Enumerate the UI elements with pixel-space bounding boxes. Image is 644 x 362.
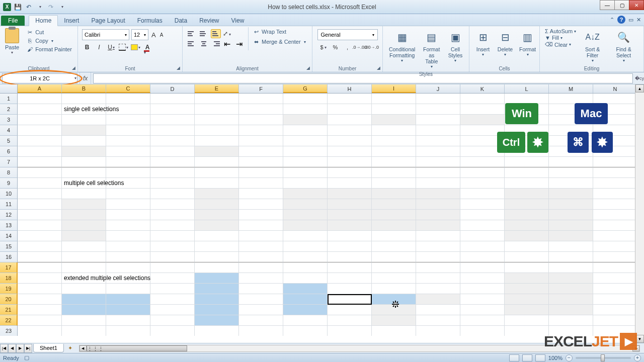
cell[interactable] bbox=[62, 115, 106, 125]
font-name-combo[interactable]: Calibri▾ bbox=[82, 29, 129, 40]
cell[interactable] bbox=[460, 241, 505, 252]
cell[interactable] bbox=[239, 284, 283, 294]
cell[interactable] bbox=[195, 125, 239, 136]
cell[interactable] bbox=[195, 136, 239, 146]
cell[interactable] bbox=[372, 125, 416, 136]
row-header[interactable]: 12 bbox=[0, 210, 18, 220]
cell[interactable] bbox=[239, 104, 283, 115]
cell[interactable] bbox=[62, 146, 106, 157]
cell[interactable] bbox=[549, 294, 593, 305]
cell[interactable] bbox=[18, 115, 62, 125]
cell[interactable] bbox=[18, 326, 62, 336]
align-right-button[interactable] bbox=[211, 39, 221, 48]
cell[interactable] bbox=[62, 167, 106, 178]
cell[interactable] bbox=[372, 189, 416, 199]
cell[interactable] bbox=[549, 262, 593, 273]
cell[interactable] bbox=[283, 326, 328, 336]
cell[interactable] bbox=[62, 294, 106, 305]
zoom-slider-thumb[interactable] bbox=[601, 354, 605, 361]
cell[interactable] bbox=[150, 294, 195, 305]
cell[interactable] bbox=[150, 167, 195, 178]
zoom-out-button[interactable]: − bbox=[566, 354, 573, 361]
cell[interactable] bbox=[505, 284, 549, 294]
cell[interactable] bbox=[505, 178, 549, 189]
cell[interactable] bbox=[593, 189, 637, 199]
row-header[interactable]: 17 bbox=[0, 262, 18, 273]
cell[interactable] bbox=[593, 199, 637, 210]
cell[interactable] bbox=[150, 210, 195, 220]
sheet-tab[interactable]: Sheet1 bbox=[33, 344, 64, 352]
cell[interactable] bbox=[460, 294, 505, 305]
cell[interactable] bbox=[195, 157, 239, 167]
help-icon[interactable]: ? bbox=[617, 16, 625, 24]
cell[interactable] bbox=[283, 305, 328, 315]
cell[interactable] bbox=[239, 273, 283, 284]
cell[interactable] bbox=[106, 252, 150, 262]
cell[interactable] bbox=[283, 136, 328, 146]
cell[interactable] bbox=[328, 94, 372, 104]
cell[interactable] bbox=[62, 220, 106, 231]
cell[interactable]: multiple cell selections bbox=[62, 178, 106, 189]
cell[interactable] bbox=[372, 231, 416, 241]
sort-filter-button[interactable]: A↓ZSort & Filter▾ bbox=[579, 28, 606, 64]
format-cells-button[interactable]: ▥Format▾ bbox=[517, 28, 538, 58]
cell[interactable] bbox=[239, 220, 283, 231]
cell[interactable] bbox=[372, 305, 416, 315]
paste-button[interactable]: Paste ▾ bbox=[2, 27, 22, 56]
row-header[interactable]: 15 bbox=[0, 241, 18, 252]
cell[interactable] bbox=[195, 252, 239, 262]
column-header[interactable]: B bbox=[62, 84, 106, 93]
zoom-level[interactable]: 100% bbox=[548, 355, 562, 361]
cell[interactable] bbox=[505, 167, 549, 178]
cell[interactable] bbox=[18, 178, 62, 189]
cell[interactable] bbox=[416, 294, 460, 305]
cell[interactable] bbox=[593, 294, 637, 305]
cell[interactable] bbox=[416, 146, 460, 157]
merge-center-button[interactable]: ⬌Merge & Center▾ bbox=[252, 37, 307, 46]
cell[interactable] bbox=[195, 262, 239, 273]
cell[interactable] bbox=[106, 220, 150, 231]
cell[interactable]: single cell selections bbox=[62, 104, 106, 115]
cell[interactable] bbox=[416, 178, 460, 189]
cell[interactable] bbox=[18, 231, 62, 241]
cell[interactable] bbox=[460, 284, 505, 294]
name-box[interactable]: 1R x 2C bbox=[2, 73, 77, 83]
cell[interactable] bbox=[239, 231, 283, 241]
cell[interactable] bbox=[372, 146, 416, 157]
cell[interactable] bbox=[416, 136, 460, 146]
column-header[interactable]: J bbox=[416, 84, 460, 93]
cell[interactable] bbox=[106, 157, 150, 167]
cell[interactable] bbox=[460, 104, 505, 115]
cell[interactable] bbox=[549, 210, 593, 220]
align-bottom-button[interactable] bbox=[211, 29, 221, 38]
font-color-button[interactable]: A bbox=[142, 42, 152, 52]
cell[interactable] bbox=[239, 146, 283, 157]
cell[interactable] bbox=[239, 136, 283, 146]
name-box-dropdown[interactable]: ▾ bbox=[74, 76, 76, 80]
cell[interactable] bbox=[18, 241, 62, 252]
column-header[interactable]: C bbox=[106, 84, 150, 93]
cell[interactable] bbox=[549, 94, 593, 104]
cell[interactable] bbox=[106, 241, 150, 252]
cell[interactable] bbox=[283, 189, 328, 199]
cell[interactable] bbox=[328, 273, 372, 284]
sheet-nav-last[interactable]: ▶| bbox=[24, 344, 32, 353]
cell[interactable] bbox=[416, 189, 460, 199]
cell[interactable] bbox=[549, 273, 593, 284]
cell[interactable] bbox=[18, 167, 62, 178]
cell[interactable] bbox=[195, 210, 239, 220]
cell[interactable] bbox=[549, 157, 593, 167]
cell[interactable] bbox=[150, 284, 195, 294]
cell[interactable] bbox=[239, 199, 283, 210]
cell[interactable] bbox=[505, 189, 549, 199]
cell[interactable] bbox=[283, 125, 328, 136]
cell[interactable] bbox=[372, 273, 416, 284]
cell[interactable] bbox=[195, 294, 239, 305]
cell[interactable] bbox=[505, 294, 549, 305]
cut-button[interactable]: ✂Cut bbox=[24, 28, 74, 36]
row-header[interactable]: 2 bbox=[0, 104, 18, 115]
cell[interactable] bbox=[549, 220, 593, 231]
column-header[interactable]: E bbox=[195, 84, 239, 93]
cell[interactable] bbox=[416, 104, 460, 115]
cell[interactable] bbox=[328, 189, 372, 199]
